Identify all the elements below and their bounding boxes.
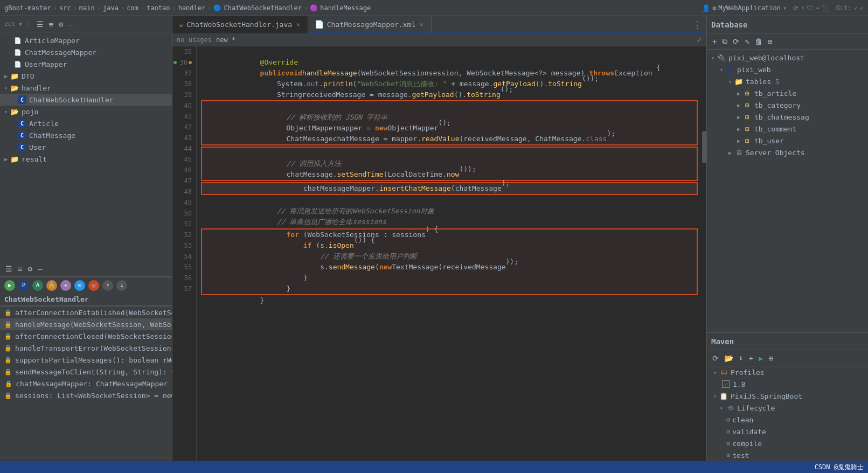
editor-scrollbar[interactable] [702, 46, 706, 469]
breadcrumb-sep-1: › [73, 4, 77, 12]
tab-xml[interactable]: 📄 ChatMessageMapper.xml ✕ [308, 16, 432, 33]
run-build-icon[interactable]: ⟳ [793, 4, 798, 12]
run-dot-6[interactable]: ◎ [88, 280, 99, 291]
tree-item-dto[interactable]: ▶ 📁 DTO [0, 70, 172, 82]
expand-all-btn[interactable]: ≡ [48, 19, 54, 30]
run-debug-icon[interactable]: ⚡ [801, 4, 804, 12]
breadcrumb-handler[interactable]: handler [178, 4, 206, 12]
expand-all-btn2[interactable]: ≡ [17, 263, 23, 274]
tree-item-user-mapper[interactable]: 📄 UserMapper [0, 58, 172, 70]
maven-folder-btn[interactable]: 📂 [723, 353, 734, 364]
db-delete-btn[interactable]: 🗑 [754, 36, 763, 47]
run-dot-8[interactable]: ↓ [116, 280, 127, 291]
db-tb-chatmessag[interactable]: ▶ ⊞ tb_chatmessag [707, 111, 868, 123]
breadcrumb-com[interactable]: com [127, 4, 138, 12]
breadcrumb-main[interactable]: main [79, 4, 95, 12]
run-dot-7[interactable]: ↑ [102, 280, 113, 291]
method-send-message[interactable]: 🔒 sendMessageToClient(String, String): v… [0, 366, 172, 378]
tab-xml-close[interactable]: ✕ [419, 20, 425, 29]
tab-java-close[interactable]: ✕ [295, 20, 301, 29]
tree-item-chat-message[interactable]: C ChatMessage [0, 129, 172, 141]
maven-project[interactable]: ▾ 📋 PixiJS.SpringBoot [707, 390, 868, 402]
tree-item-article[interactable]: C Article [0, 117, 172, 129]
collapse-all-btn2[interactable]: ☰ [4, 263, 13, 274]
run-config-name[interactable]: ⚙️ [712, 4, 716, 12]
line-numbers: 35 36 ● 37 38 39 40 41 42 43 44 45 46 47… [172, 46, 197, 469]
maven-clean[interactable]: ⚙ clean [707, 414, 868, 426]
db-add-btn[interactable]: + [711, 36, 718, 47]
db-tb-comment[interactable]: ▶ ⊞ tb_comment [707, 123, 868, 135]
run-more-icon[interactable]: ⋯ [815, 4, 819, 12]
maven-edit-btn[interactable]: ⊞ [767, 353, 774, 364]
method-supports-partial[interactable]: 🔒 supportsPartialMessages(): boolean ↑We… [0, 354, 172, 366]
run-dot-4[interactable]: ✦ [60, 280, 71, 291]
maven-validate[interactable]: ⚙ validate [707, 426, 868, 437]
db-pixi-web[interactable]: ▾ 🗄 pixi_web [707, 64, 868, 75]
maven-download-btn[interactable]: ⬇ [738, 353, 744, 364]
breadcrumb-project[interactable]: gBoot-master [4, 4, 51, 12]
tree-item-chat-message-mapper[interactable]: 📄 ChatMessageMapper [0, 46, 172, 58]
tab-more-btn[interactable]: ⋮ [688, 19, 706, 30]
maven-profiles-section[interactable]: ▾ 🏷 Profiles [707, 366, 868, 378]
field-chat-message-mapper[interactable]: 🔒 chatMessageMapper: ChatMessageMapper [0, 378, 172, 389]
tab-java-icon: ☕ [179, 20, 183, 29]
left-select-dropdown[interactable]: ▾ [18, 20, 23, 28]
breadcrumb-class[interactable]: ChatWebSocketHandler [224, 4, 302, 12]
method-handle-message[interactable]: 🔒 handleMessage(WebSocketSession, WebSoc… [0, 318, 172, 330]
maven-compile[interactable]: ⚙ compile [707, 437, 868, 449]
breadcrumb-method[interactable]: handleMessage [320, 4, 371, 12]
maven-test[interactable]: ⚙ test [707, 449, 868, 461]
tree-item-user[interactable]: C User [0, 141, 172, 153]
method-after-closed[interactable]: 🔒 afterConnectionClosed(WebSocketSession… [0, 330, 172, 342]
tab-java[interactable]: ☕ ChatWebSocketHandler.java ✕ [172, 16, 308, 33]
db-tables[interactable]: ▾ 📁 tables 5 [707, 75, 868, 87]
run-dot-2[interactable]: A [32, 280, 43, 291]
tree-item-article-mapper[interactable]: 📄 ArticleMapper [0, 34, 172, 46]
db-tb-category[interactable]: ▶ ⊞ tb_category [707, 99, 868, 111]
tb-category-icon: ⊞ [742, 100, 752, 110]
run-config-dropdown[interactable]: ▾ [783, 4, 787, 12]
hide-btn[interactable]: — [67, 19, 74, 30]
git-up-icon[interactable]: ✓ [860, 4, 864, 12]
db-connection[interactable]: ▾ 🔌 pixi_web@localhost [707, 52, 868, 64]
db-edit-btn[interactable]: ✎ [744, 36, 750, 47]
field-sessions[interactable]: 🔒 sessions: List<WebSocketSession> = new… [0, 389, 172, 401]
git-check-icon[interactable]: ✓ [854, 4, 858, 12]
tree-item-handler[interactable]: ▾ 📂 handler [0, 82, 172, 94]
maven-profile-18[interactable]: ✓ 1.8 [707, 378, 868, 390]
db-grid-btn[interactable]: ⊞ [767, 36, 773, 47]
db-server-objects[interactable]: ▶ 🖥 Server Objects [707, 147, 868, 158]
settings-btn2[interactable]: ⚙ [26, 263, 33, 274]
db-copy-btn[interactable]: ⧉ [721, 36, 728, 47]
chat-message-mapper-label: ChatMessageMapper [25, 48, 96, 57]
db-refresh-btn[interactable]: ⟳ [732, 36, 740, 47]
line-46: 46 [172, 165, 196, 176]
run-dot-0[interactable]: ▶ [4, 280, 15, 291]
run-dot-1[interactable]: P [18, 280, 29, 291]
run-config-app[interactable]: MyWebApplication [718, 4, 781, 12]
run-coverage-icon[interactable]: 🛡 [807, 4, 813, 12]
settings-btn[interactable]: ⚙ [58, 19, 64, 30]
db-tb-article[interactable]: ▶ ⊞ tb_article [707, 87, 868, 99]
method-handle-transport[interactable]: 🔒 handleTransportError(WebSocketSession,… [0, 342, 172, 354]
breadcrumb-java[interactable]: java [103, 4, 119, 12]
tree-item-chat-ws-handler[interactable]: C ChatWebSocketHandler [0, 94, 172, 106]
maven-add-btn[interactable]: + [747, 353, 754, 364]
tree-item-pojo[interactable]: ▾ 📂 pojo [0, 106, 172, 117]
method-after-connection[interactable]: 🔒 afterConnectionEstablished(WebSocketSe… [0, 307, 172, 318]
tree-item-result[interactable]: ▶ 📁 result [0, 153, 172, 165]
maven-refresh-btn[interactable]: ⟳ [711, 353, 720, 364]
run-dot-5[interactable]: ⊙ [74, 280, 85, 291]
hide-btn2[interactable]: — [37, 263, 43, 274]
run-stop-icon[interactable]: ⬛ [822, 4, 830, 12]
run-dot-3[interactable]: 🔒 [46, 280, 57, 291]
collapse-all-btn[interactable]: ☰ [36, 19, 45, 30]
db-tb-user[interactable]: ▶ ⊞ tb_user [707, 135, 868, 147]
profile-18-checkbox[interactable]: ✓ [722, 380, 730, 388]
code-area[interactable]: @Override public void handleMessage(WebS… [197, 46, 702, 469]
maven-lifecycle-section[interactable]: ▾ ⟲ Lifecycle [707, 402, 868, 414]
maven-run-btn[interactable]: ▶ [758, 353, 764, 364]
breadcrumb-taotao[interactable]: taotao [147, 4, 170, 12]
breadcrumb-src[interactable]: src [59, 4, 71, 12]
method-icon-1: 🔒 [4, 320, 12, 329]
